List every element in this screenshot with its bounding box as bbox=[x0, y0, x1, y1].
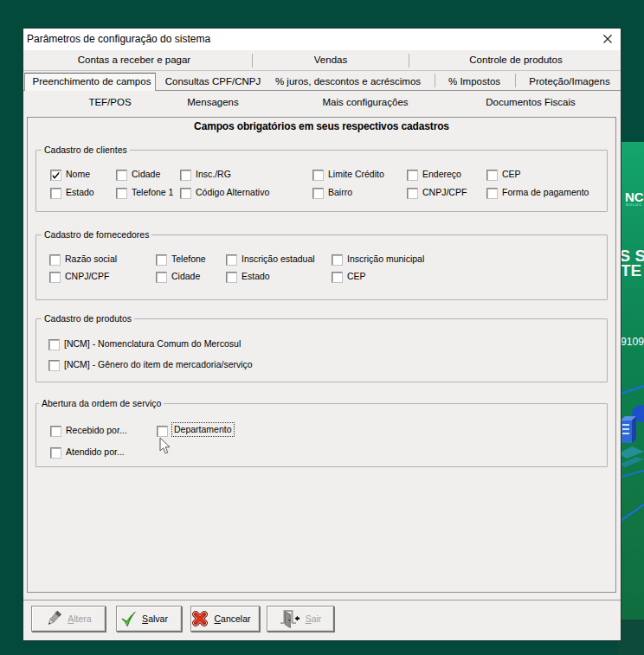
svg-text:TE: TE bbox=[621, 261, 641, 279]
svg-text:9109: 9109 bbox=[621, 336, 644, 348]
svg-text:S O L U C: S O L U C bbox=[626, 202, 641, 207]
